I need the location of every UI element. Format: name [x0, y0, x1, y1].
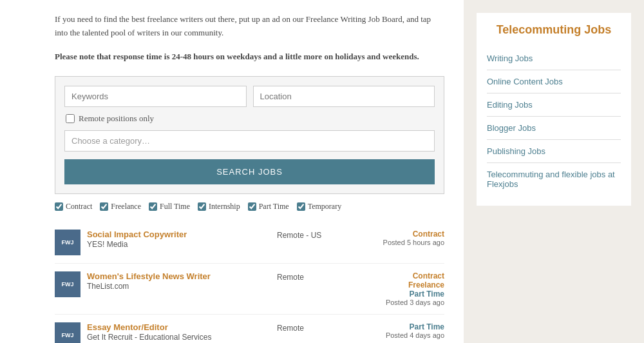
- job-title[interactable]: Social Impact Copywriter: [87, 230, 187, 239]
- job-type: Contract: [361, 230, 444, 239]
- job-title[interactable]: Women's Lifestyle News Writer: [87, 271, 211, 281]
- job-type: Freelance: [361, 280, 444, 289]
- filter-label: Freelance: [111, 202, 141, 211]
- job-location: Remote: [277, 322, 354, 333]
- job-location: Remote: [277, 271, 354, 282]
- job-posted: Posted 4 days ago: [361, 331, 444, 339]
- job-item: FWJEssay Mentor/EditorGet It Recruit - E…: [55, 315, 444, 343]
- job-company: TheList.com: [87, 282, 270, 291]
- filter-checkbox[interactable]: [55, 202, 63, 211]
- filter-row: ContractFreelanceFull TimeInternshipPart…: [55, 202, 444, 211]
- intro-paragraph: If you need to find the best freelance w…: [55, 13, 444, 40]
- job-logo: FWJ: [55, 322, 80, 343]
- notice-paragraph: Please note that response time is 24-48 …: [55, 50, 444, 64]
- job-company: Get It Recruit - Educational Services: [87, 333, 270, 342]
- job-item: FWJSocial Impact CopywriterYES! MediaRem…: [55, 222, 444, 264]
- job-location: Remote - US: [277, 230, 354, 240]
- job-type: Contract: [361, 271, 444, 280]
- filter-item[interactable]: Full Time: [149, 202, 190, 211]
- filter-label: Temporary: [308, 202, 341, 211]
- sidebar-link[interactable]: Editing Jobs: [487, 93, 621, 117]
- job-posted: Posted 5 hours ago: [361, 239, 444, 246]
- job-info: Social Impact CopywriterYES! Media: [87, 230, 270, 249]
- remote-label: Remote positions only: [79, 113, 154, 124]
- filter-label: Full Time: [160, 202, 190, 211]
- filter-label: Contract: [66, 202, 92, 211]
- filter-checkbox[interactable]: [149, 202, 157, 211]
- job-meta: ContractFreelancePart TimePosted 3 days …: [361, 271, 444, 306]
- sidebar-link[interactable]: Telecommuting and flexible jobs at Flexj…: [487, 163, 621, 195]
- keywords-input[interactable]: [64, 86, 247, 107]
- location-input[interactable]: [253, 86, 435, 107]
- sidebar-title: Telecommuting Jobs: [487, 23, 621, 37]
- sidebar-link[interactable]: Writing Jobs: [487, 47, 621, 70]
- filter-checkbox[interactable]: [100, 202, 108, 211]
- job-posted: Posted 3 days ago: [361, 299, 444, 306]
- job-logo: FWJ: [55, 230, 80, 255]
- category-select[interactable]: Choose a category…: [64, 130, 435, 152]
- sidebar-link[interactable]: Blogger Jobs: [487, 117, 621, 140]
- filter-checkbox[interactable]: [248, 202, 256, 211]
- job-title[interactable]: Essay Mentor/Editor: [87, 322, 168, 332]
- job-meta: ContractPosted 5 hours ago: [361, 230, 444, 246]
- filter-label: Part Time: [259, 202, 289, 211]
- filter-checkbox[interactable]: [297, 202, 305, 211]
- job-info: Essay Mentor/EditorGet It Recruit - Educ…: [87, 322, 270, 342]
- job-company: YES! Media: [87, 240, 270, 249]
- filter-label: Internship: [209, 202, 240, 211]
- job-logo: FWJ: [55, 271, 80, 297]
- sidebar-link[interactable]: Publishing Jobs: [487, 140, 621, 163]
- job-info: Women's Lifestyle News WriterTheList.com: [87, 271, 270, 291]
- search-button[interactable]: SEARCH JOBS: [64, 159, 435, 184]
- job-type: Part Time: [361, 289, 444, 299]
- remote-checkbox[interactable]: [66, 114, 75, 123]
- filter-item[interactable]: Internship: [198, 202, 240, 211]
- filter-item[interactable]: Contract: [55, 202, 92, 211]
- filter-item[interactable]: Temporary: [297, 202, 341, 211]
- filter-checkbox[interactable]: [198, 202, 206, 211]
- job-type: Part Time: [361, 322, 444, 331]
- sidebar-link[interactable]: Online Content Jobs: [487, 70, 621, 93]
- filter-item[interactable]: Part Time: [248, 202, 289, 211]
- sidebar: Telecommuting Jobs Writing JobsOnline Co…: [464, 0, 644, 343]
- job-item: FWJWomen's Lifestyle News WriterTheList.…: [55, 264, 444, 315]
- search-form: Remote positions only Choose a category……: [55, 76, 444, 194]
- job-meta: Part TimePosted 4 days ago: [361, 322, 444, 339]
- job-list: FWJSocial Impact CopywriterYES! MediaRem…: [55, 222, 444, 343]
- filter-item[interactable]: Freelance: [100, 202, 141, 211]
